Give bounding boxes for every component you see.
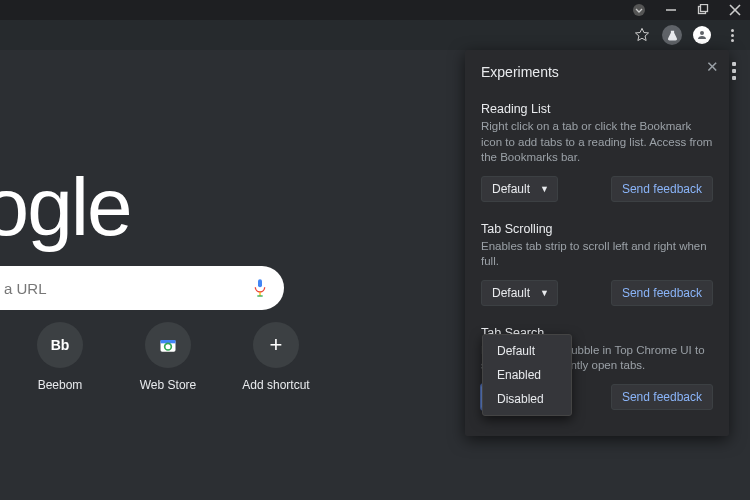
voice-search-icon[interactable] <box>252 278 268 298</box>
experiment-reading-list: Reading List Right click on a tab or cli… <box>481 102 713 202</box>
plus-icon: + <box>253 322 299 368</box>
experiment-tab-scrolling: Tab Scrolling Enables tab strip to scrol… <box>481 222 713 306</box>
experiment-select-dropdown: Default Enabled Disabled <box>482 334 572 416</box>
window-titlebar <box>0 0 750 20</box>
panel-title: Experiments <box>481 64 713 80</box>
chevron-down-icon: ▼ <box>540 184 549 194</box>
profile-avatar-icon[interactable] <box>692 25 712 45</box>
dropdown-option-default[interactable]: Default <box>483 339 571 363</box>
toolbar <box>0 20 750 50</box>
svg-point-6 <box>700 31 704 35</box>
svg-rect-7 <box>258 279 262 287</box>
close-button[interactable] <box>728 3 742 17</box>
menu-kebab-icon[interactable] <box>722 25 742 45</box>
maximize-button[interactable] <box>696 3 710 17</box>
shortcut-add[interactable]: + Add shortcut <box>236 322 316 392</box>
bookmark-star-icon[interactable] <box>632 25 652 45</box>
shortcuts-row: Bb Beebom Web Store + Add shortcut <box>20 322 316 392</box>
close-icon[interactable]: ✕ <box>706 58 719 76</box>
experiment-desc: Enables tab strip to scroll left and rig… <box>481 239 713 270</box>
experiment-title: Reading List <box>481 102 713 116</box>
send-feedback-button[interactable]: Send feedback <box>611 280 713 306</box>
shortcut-label: Add shortcut <box>242 378 309 392</box>
experiment-select[interactable]: Default ▼ <box>481 280 558 306</box>
chevron-down-icon: ▼ <box>540 288 549 298</box>
google-logo: oogle <box>0 160 131 254</box>
svg-rect-3 <box>701 5 708 12</box>
search-placeholder: a URL <box>4 280 47 297</box>
send-feedback-button[interactable]: Send feedback <box>611 176 713 202</box>
send-feedback-button[interactable]: Send feedback <box>611 384 713 410</box>
shortcut-icon <box>145 322 191 368</box>
shortcut-beebom[interactable]: Bb Beebom <box>20 322 100 392</box>
dropdown-option-enabled[interactable]: Enabled <box>483 363 571 387</box>
experiments-flask-icon[interactable] <box>662 25 682 45</box>
shortcut-icon: Bb <box>37 322 83 368</box>
shortcut-label: Beebom <box>38 378 83 392</box>
experiment-desc: Right click on a tab or click the Bookma… <box>481 119 713 166</box>
svg-point-0 <box>633 4 645 16</box>
dropdown-option-disabled[interactable]: Disabled <box>483 387 571 411</box>
shortcut-label: Web Store <box>140 378 196 392</box>
experiment-title: Tab Scrolling <box>481 222 713 236</box>
shortcut-web-store[interactable]: Web Store <box>128 322 208 392</box>
search-input[interactable]: a URL <box>0 266 284 310</box>
minimize-button[interactable] <box>664 3 678 17</box>
experiment-select[interactable]: Default ▼ <box>481 176 558 202</box>
chevron-down-icon[interactable] <box>632 3 646 17</box>
